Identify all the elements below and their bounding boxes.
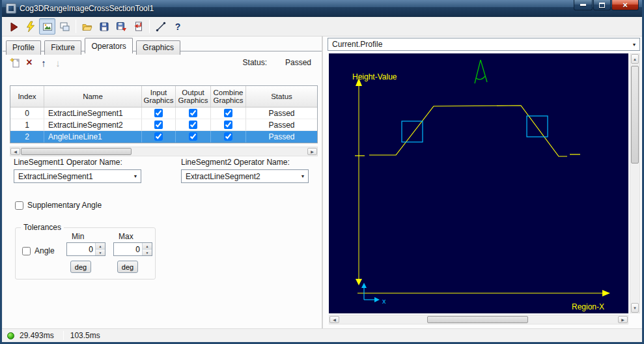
scroll-right-arrow[interactable]: ▶ bbox=[618, 316, 628, 323]
column-header-index[interactable]: Index bbox=[10, 86, 44, 107]
supplementary-angle-checkbox[interactable] bbox=[15, 201, 23, 210]
profile-chart[interactable]: Height-Value Region-X bbox=[329, 53, 628, 313]
tab-operators[interactable]: Operators bbox=[85, 38, 132, 53]
measure-tools-button[interactable] bbox=[152, 18, 169, 35]
output-graphics-checkbox[interactable] bbox=[189, 109, 197, 117]
operator-row[interactable]: 1 ExtractLineSegment2 Passed bbox=[10, 119, 317, 131]
combine-graphics-checkbox[interactable] bbox=[224, 132, 232, 141]
record-selector-value: Current.Profile bbox=[328, 40, 629, 49]
input-graphics-checkbox[interactable] bbox=[154, 121, 163, 129]
title-bar[interactable]: Cog3DRangeImageCrossSectionTool1 × bbox=[2, 0, 642, 17]
scroll-down-arrow[interactable]: ▼ bbox=[631, 303, 639, 313]
float-window-toggle[interactable] bbox=[56, 18, 72, 35]
record-selector-combo[interactable]: Current.Profile ▼ bbox=[328, 38, 640, 51]
toolbar-separator bbox=[149, 20, 150, 33]
tab-profile[interactable]: Profile bbox=[6, 40, 41, 55]
min-label: Min bbox=[72, 232, 84, 241]
scrollbar-thumb[interactable] bbox=[631, 66, 639, 164]
column-header-name[interactable]: Name bbox=[44, 86, 142, 107]
status-line: Status: Passed bbox=[243, 58, 311, 67]
output-graphics-checkbox[interactable] bbox=[189, 121, 197, 129]
minimize-icon bbox=[580, 4, 586, 6]
spin-down-icon[interactable]: ▼ bbox=[143, 250, 152, 255]
supplementary-angle-row: Supplementary Angle bbox=[15, 201, 102, 210]
scrollbar-thumb[interactable] bbox=[427, 316, 528, 323]
app-icon[interactable] bbox=[6, 3, 16, 14]
output-graphics-cell bbox=[176, 108, 211, 119]
supplementary-angle-label: Supplementary Angle bbox=[27, 201, 102, 210]
line-segment2-value: ExtractLineSegment2 bbox=[182, 172, 298, 181]
operator-row[interactable]: 2 AngleLineLine1 Passed bbox=[10, 131, 317, 143]
save-results-icon bbox=[115, 21, 127, 33]
angle-tolerance-row: Angle bbox=[22, 246, 55, 255]
max-label: Max bbox=[119, 232, 133, 241]
run-electric-icon bbox=[25, 21, 36, 33]
status-value: Passed bbox=[285, 58, 311, 67]
spin-up-icon[interactable]: ▲ bbox=[143, 243, 152, 250]
profile-horizontal-scrollbar[interactable]: ◀ ▶ bbox=[329, 315, 628, 324]
row-name: ExtractLineSegment2 bbox=[44, 119, 142, 131]
open-file-button[interactable] bbox=[79, 18, 95, 35]
profile-chart-canvas: Height-Value Region-X bbox=[329, 53, 628, 313]
input-graphics-cell bbox=[142, 108, 176, 119]
tab-fixture[interactable]: Fixture bbox=[44, 40, 81, 55]
column-header-combine-graphics[interactable]: Combine Graphics bbox=[211, 86, 246, 107]
angle-min-input[interactable] bbox=[67, 243, 95, 255]
help-button[interactable]: ? bbox=[169, 18, 186, 35]
chevron-down-icon[interactable]: ▼ bbox=[298, 170, 308, 182]
toolbar-separator bbox=[76, 20, 76, 33]
save-file-icon bbox=[98, 21, 110, 33]
chevron-down-icon[interactable]: ▼ bbox=[629, 38, 639, 50]
show-graphics-toggle[interactable] bbox=[39, 18, 55, 35]
max-deg-button[interactable]: deg bbox=[117, 261, 138, 273]
status-bar: 29.493ms 103.5ms bbox=[2, 328, 642, 342]
tolerances-group: Tolerances Min Max Angle ▲ ▼ bbox=[15, 227, 156, 280]
tab-graphics[interactable]: Graphics bbox=[136, 40, 180, 55]
line-segment1-label: LineSegment1 Operator Name: bbox=[14, 158, 122, 167]
operator-row[interactable]: 0 ExtractLineSegment1 Passed bbox=[10, 108, 317, 119]
app-window: Cog3DRangeImageCrossSectionTool1 × bbox=[0, 0, 644, 344]
save-file-button[interactable] bbox=[96, 18, 112, 35]
output-graphics-checkbox[interactable] bbox=[189, 132, 197, 141]
scroll-up-arrow[interactable]: ▲ bbox=[631, 54, 639, 64]
delete-operator-button[interactable]: × bbox=[22, 55, 36, 70]
spin-down-icon[interactable]: ▼ bbox=[96, 250, 105, 255]
close-button[interactable]: × bbox=[611, 0, 639, 10]
profile-vertical-scrollbar[interactable]: ▲ ▼ bbox=[630, 53, 640, 313]
combine-graphics-checkbox[interactable] bbox=[224, 121, 232, 129]
move-down-button[interactable]: ↓ bbox=[51, 55, 65, 70]
input-graphics-checkbox[interactable] bbox=[154, 109, 163, 117]
angle-tolerance-label: Angle bbox=[35, 246, 55, 255]
angle-tolerance-checkbox[interactable] bbox=[22, 247, 31, 255]
scroll-left-arrow[interactable]: ◀ bbox=[329, 316, 339, 323]
table-horizontal-scrollbar[interactable]: ◀ ▶ bbox=[10, 147, 318, 156]
profile-display-panel: Current.Profile ▼ Height-Value Region-X bbox=[323, 36, 642, 328]
table-header: Index Name Input Graphics Output Graphic… bbox=[10, 86, 317, 108]
column-header-output-graphics[interactable]: Output Graphics bbox=[176, 86, 211, 107]
run-status-led bbox=[7, 332, 14, 339]
run-button[interactable] bbox=[5, 18, 21, 35]
scroll-left-arrow[interactable]: ◀ bbox=[10, 148, 20, 155]
line-segment1-combo[interactable]: ExtractLineSegment1 ▼ bbox=[14, 169, 141, 183]
chevron-down-icon[interactable]: ▼ bbox=[130, 170, 141, 182]
column-header-input-graphics[interactable]: Input Graphics bbox=[142, 86, 176, 107]
scroll-right-arrow[interactable]: ▶ bbox=[307, 148, 317, 155]
spin-up-icon[interactable]: ▲ bbox=[96, 243, 105, 250]
add-operator-button[interactable] bbox=[8, 55, 22, 70]
save-results-button[interactable] bbox=[113, 18, 129, 35]
combine-graphics-checkbox[interactable] bbox=[224, 109, 232, 117]
maximize-button[interactable] bbox=[593, 0, 611, 10]
import-results-button[interactable] bbox=[130, 18, 146, 35]
angle-max-input[interactable] bbox=[114, 243, 142, 255]
move-up-button[interactable]: ↑ bbox=[36, 55, 51, 70]
scrollbar-thumb[interactable] bbox=[21, 148, 132, 155]
column-header-status[interactable]: Status bbox=[246, 86, 317, 107]
x-axis-label: Region-X bbox=[572, 302, 604, 311]
minimize-button[interactable] bbox=[574, 0, 593, 10]
line-segment2-combo[interactable]: ExtractLineSegment2 ▼ bbox=[181, 169, 309, 183]
origin-x-label: x bbox=[382, 297, 386, 305]
min-deg-button[interactable]: deg bbox=[70, 261, 91, 273]
run-electric-button[interactable] bbox=[22, 18, 38, 35]
measure-icon bbox=[155, 21, 167, 33]
input-graphics-checkbox[interactable] bbox=[154, 132, 163, 141]
